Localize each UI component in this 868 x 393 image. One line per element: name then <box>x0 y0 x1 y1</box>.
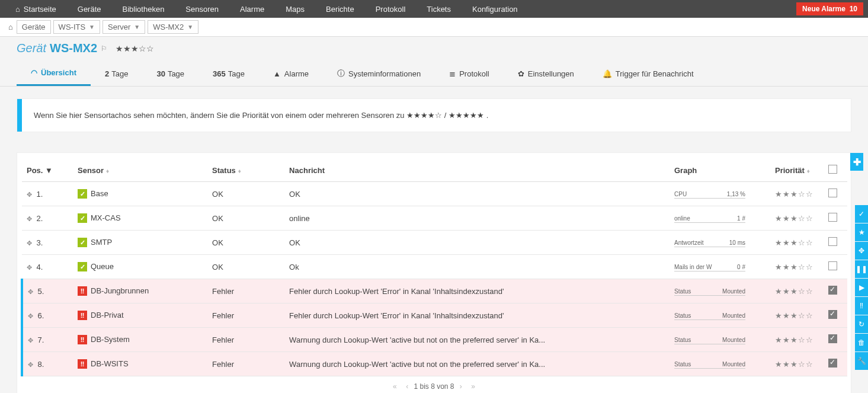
status-text: Fehler <box>207 328 284 352</box>
tab-protocol[interactable]: ≣Protokoll <box>435 61 504 86</box>
crumb[interactable]: WS-ITS▼ <box>53 20 100 34</box>
sensor-name[interactable]: DB-Privat <box>91 311 124 319</box>
priority-stars[interactable] <box>775 336 813 344</box>
row-checkbox[interactable] <box>828 359 837 368</box>
sensor-name[interactable]: MX-CAS <box>91 213 121 222</box>
drag-handle-icon[interactable]: ✥ <box>28 361 33 368</box>
row-checkbox[interactable] <box>828 310 837 319</box>
side-play[interactable]: ▶ <box>855 279 868 296</box>
nav-item[interactable]: Geräte <box>67 0 112 18</box>
nav-item[interactable]: Alarme <box>229 0 275 18</box>
side-move[interactable]: ✥ <box>855 242 868 260</box>
drag-handle-icon[interactable]: ✥ <box>27 264 32 271</box>
crumb[interactable]: Server▼ <box>103 20 145 34</box>
side-star[interactable]: ★ <box>855 223 868 241</box>
message-text: online <box>284 206 670 231</box>
row-checkbox[interactable] <box>828 213 837 222</box>
sensor-name[interactable]: SMTP <box>91 238 112 247</box>
row-checkbox[interactable] <box>828 334 837 343</box>
priority-stars[interactable] <box>775 238 813 247</box>
tab-alarms[interactable]: ▲Alarme <box>259 61 323 86</box>
new-alarms-button[interactable]: Neue Alarme 10 <box>796 2 863 15</box>
sensor-name[interactable]: DB-Jungbrunnen <box>91 286 149 295</box>
status-text: Fehler <box>207 303 284 328</box>
drag-handle-icon[interactable]: ✥ <box>28 312 33 319</box>
table-row[interactable]: ✥ 1.✓BaseOKOKCPU1,13 % <box>22 182 847 206</box>
side-wrench[interactable]: 🔧 <box>855 352 868 370</box>
message-text: Ok <box>284 255 670 279</box>
flag-icon[interactable]: ⚐ <box>101 44 107 53</box>
drag-handle-icon[interactable]: ✥ <box>27 215 32 222</box>
priority-stars[interactable] <box>116 44 154 53</box>
nav-home[interactable]: ⌂Startseite <box>5 0 67 18</box>
row-checkbox[interactable] <box>828 188 837 197</box>
pager-first[interactable]: « <box>393 382 397 391</box>
nav-item[interactable]: Maps <box>275 0 315 18</box>
pager-last[interactable]: » <box>471 382 475 391</box>
priority-stars[interactable] <box>775 214 813 223</box>
table-row[interactable]: ✥ 2.✓MX-CASOKonlineonline1 # <box>22 206 847 231</box>
col-sensor[interactable]: Sensor♦ <box>73 159 207 182</box>
drag-handle-icon[interactable]: ✥ <box>28 288 33 295</box>
table-row[interactable]: ✥ 4.✓QueueOKOkMails in der W0 # <box>22 255 847 279</box>
nav-item[interactable]: Konfiguration <box>462 0 529 18</box>
drag-handle-icon[interactable]: ✥ <box>27 239 32 247</box>
pager-label: 1 bis 8 von 8 <box>414 382 454 391</box>
table-row[interactable]: ✥ 6.‼DB-PrivatFehlerFehler durch Lookup-… <box>22 303 847 328</box>
select-all-checkbox[interactable] <box>828 165 837 174</box>
tab-30-days[interactable]: 30Tage <box>142 61 198 86</box>
side-alert[interactable]: ‼ <box>855 297 868 315</box>
row-checkbox[interactable] <box>828 286 837 295</box>
crumb[interactable]: Geräte <box>17 20 51 34</box>
status-error-icon: ‼ <box>78 359 87 369</box>
sensor-name[interactable]: Queue <box>91 262 114 271</box>
priority-stars[interactable] <box>775 360 813 369</box>
nav-item[interactable]: Protokoll <box>365 0 417 18</box>
col-pos[interactable]: Pos. ▼ <box>22 159 73 182</box>
priority-stars[interactable] <box>775 311 813 320</box>
tab-overview[interactable]: ◠Übersicht <box>17 61 91 86</box>
table-row[interactable]: ✥ 8.‼DB-WSITSFehlerWarnung durch Lookup-… <box>22 352 847 376</box>
side-refresh[interactable]: ↻ <box>855 315 868 333</box>
row-checkbox[interactable] <box>828 237 837 246</box>
tab-settings[interactable]: ✿Einstellungen <box>504 61 588 86</box>
status-ok-icon: ✓ <box>78 238 87 247</box>
nav-item[interactable]: Bibliotheken <box>112 0 175 18</box>
table-row[interactable]: ✥ 7.‼DB-SystemFehlerWarnung durch Lookup… <box>22 328 847 352</box>
tab-2-days[interactable]: 2Tage <box>91 61 142 86</box>
priority-stars[interactable] <box>775 190 813 199</box>
side-pause[interactable]: ❚❚ <box>855 260 868 278</box>
priority-stars[interactable] <box>775 287 813 296</box>
drag-handle-icon[interactable]: ✥ <box>28 337 33 344</box>
drag-handle-icon[interactable]: ✥ <box>27 191 32 198</box>
side-check[interactable]: ✓ <box>855 205 868 223</box>
tab-sysinfo[interactable]: ⓘSysteminformationen <box>323 61 435 86</box>
col-priority[interactable]: Priorität♦ <box>770 159 824 182</box>
nav-item[interactable]: Berichte <box>315 0 365 18</box>
tab-trigger[interactable]: 🔔Trigger für Benachricht <box>588 61 708 86</box>
crumb[interactable]: WS-MX2▼ <box>148 20 198 34</box>
sensor-name[interactable]: Base <box>91 189 108 198</box>
add-button[interactable]: ✚ <box>850 153 863 171</box>
pager-next[interactable]: › <box>460 382 462 391</box>
table-row[interactable]: ✥ 5.‼DB-JungbrunnenFehlerFehler durch Lo… <box>22 279 847 303</box>
priority-stars[interactable] <box>775 263 813 271</box>
nav-item[interactable]: Sensoren <box>175 0 229 18</box>
chevron-down-icon: ▼ <box>187 24 193 30</box>
row-checkbox[interactable] <box>828 261 837 270</box>
status-ok-icon: ✓ <box>78 189 87 199</box>
sort-icon: ♦ <box>238 168 241 174</box>
nav-item[interactable]: Tickets <box>416 0 462 18</box>
pager-prev[interactable]: ‹ <box>406 382 408 391</box>
status-ok-icon: ✓ <box>78 262 87 271</box>
table-row[interactable]: ✥ 3.✓SMTPOKOKAntwortzeit10 ms <box>22 231 847 255</box>
tab-365-days[interactable]: 365Tage <box>198 61 259 86</box>
mini-graph: StatusMounted <box>674 312 745 320</box>
home-icon[interactable]: ⌂ <box>5 21 17 33</box>
side-delete[interactable]: 🗑 <box>855 334 868 352</box>
message-text: OK <box>284 182 670 206</box>
sensor-name[interactable]: DB-WSITS <box>91 359 129 368</box>
col-status[interactable]: Status♦ <box>207 159 284 182</box>
col-msg[interactable]: Nachricht <box>284 159 670 182</box>
sensor-name[interactable]: DB-System <box>91 335 130 344</box>
